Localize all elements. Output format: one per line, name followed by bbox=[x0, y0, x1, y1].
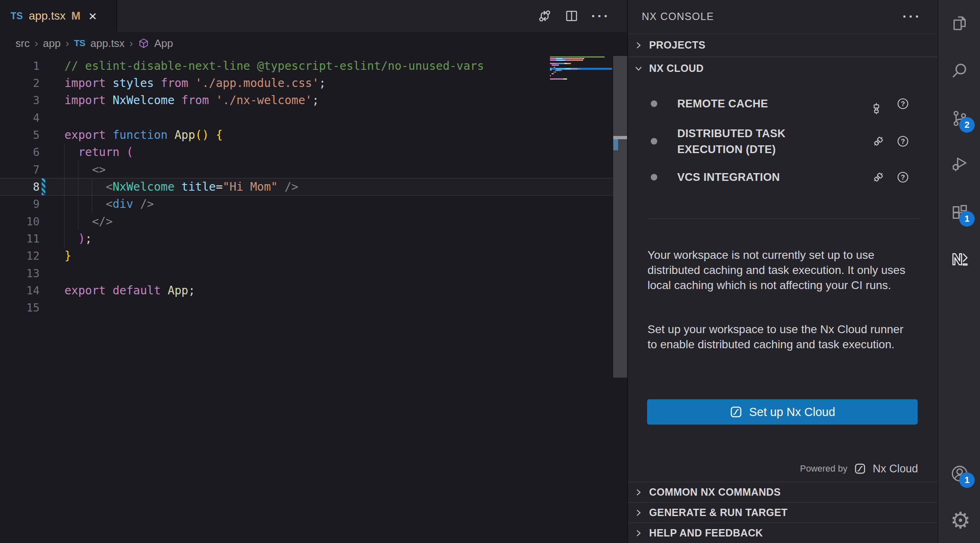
line-number: 9 bbox=[0, 198, 40, 210]
section-nx-cloud[interactable]: NX CLOUD bbox=[628, 57, 938, 80]
code-line[interactable]: 1// eslint-disable-next-line @typescript… bbox=[0, 57, 613, 74]
source-control-icon[interactable]: 2 bbox=[950, 109, 969, 128]
code-token: ; bbox=[188, 284, 195, 297]
code-token: /> bbox=[140, 197, 154, 211]
help-icon[interactable]: ? bbox=[896, 171, 909, 184]
code-line[interactable]: 14export default App; bbox=[0, 282, 613, 299]
tab-app-tsx[interactable]: TS app.tsx M × bbox=[0, 0, 117, 32]
minimap-token bbox=[550, 56, 605, 58]
minimap-token bbox=[550, 58, 556, 59]
code-line[interactable]: 13 bbox=[0, 265, 613, 282]
code-text: export default App; bbox=[64, 284, 195, 297]
line-number: 3 bbox=[0, 94, 40, 107]
minimap-token bbox=[563, 78, 566, 80]
code-line[interactable]: 9 <div /> bbox=[0, 196, 613, 213]
section-projects[interactable]: PROJECTS bbox=[628, 33, 938, 56]
cloud-item-vcs: VCS INTEGRATION ? bbox=[628, 167, 938, 188]
help-icon[interactable]: ? bbox=[896, 135, 909, 148]
overview-ruler-band bbox=[613, 136, 627, 139]
nx-console-panel: NX CONSOLE ··· PROJECTS NX CLOUD REMOTE … bbox=[627, 0, 938, 543]
activity-bar: 2 1 1 bbox=[938, 0, 980, 543]
connect-icon[interactable] bbox=[872, 135, 885, 148]
code-token: < bbox=[106, 197, 113, 211]
section-help-and-feedback[interactable]: HELP AND FEEDBACK bbox=[628, 523, 938, 543]
run-debug-icon[interactable] bbox=[950, 154, 969, 173]
minimap-token bbox=[567, 63, 571, 64]
minimap-token bbox=[556, 78, 563, 80]
cloud-item-label: VCS INTEGRATION bbox=[677, 169, 780, 185]
setup-nx-cloud-button[interactable]: Set up Nx Cloud bbox=[647, 399, 918, 425]
section-generate-run-target[interactable]: GENERATE & RUN TARGET bbox=[628, 502, 938, 523]
line-number: 7 bbox=[0, 163, 40, 176]
section-label: COMMON NX COMMANDS bbox=[649, 486, 780, 498]
code-line[interactable]: 2import styles from './app.module.css'; bbox=[0, 74, 613, 91]
minimap-token bbox=[582, 60, 583, 61]
code-line[interactable]: 5export function App() { bbox=[0, 126, 613, 143]
account-badge: 1 bbox=[959, 472, 975, 488]
minimap[interactable] bbox=[550, 56, 612, 82]
settings-gear-icon[interactable]: ⚙ bbox=[950, 511, 969, 530]
close-tab-icon[interactable]: × bbox=[89, 9, 97, 23]
minimap-token bbox=[556, 68, 565, 69]
connect-icon[interactable] bbox=[872, 97, 885, 110]
code-token: title bbox=[182, 180, 216, 194]
help-icon[interactable]: ? bbox=[896, 97, 909, 110]
code-line[interactable]: 15 bbox=[0, 299, 613, 316]
chevron-right-icon: › bbox=[129, 37, 133, 50]
workspace-status-text: Your workspace is not currently set up t… bbox=[647, 247, 909, 293]
panel-more-actions-icon[interactable]: ··· bbox=[902, 12, 921, 20]
code-token: < bbox=[106, 180, 113, 194]
setup-button-label: Set up Nx Cloud bbox=[749, 405, 835, 419]
minimap-token bbox=[550, 78, 556, 80]
minimap-token bbox=[556, 63, 564, 64]
code-text: import styles from './app.module.css'; bbox=[64, 76, 326, 90]
line-number: 11 bbox=[0, 232, 40, 245]
code-area[interactable]: 1// eslint-disable-next-line @typescript… bbox=[0, 55, 613, 543]
vertical-scrollbar[interactable] bbox=[613, 56, 627, 378]
powered-by: Powered by Nx Cloud bbox=[800, 459, 918, 478]
nx-console-icon[interactable] bbox=[950, 250, 969, 269]
chevron-right-icon: › bbox=[35, 37, 38, 50]
code-token: App bbox=[175, 128, 195, 142]
cloud-item-label: REMOTE CACHE bbox=[677, 96, 768, 112]
explorer-icon[interactable] bbox=[950, 14, 969, 33]
symbol-class-icon bbox=[138, 38, 149, 49]
split-editor-icon[interactable] bbox=[564, 9, 579, 23]
svg-text:?: ? bbox=[901, 138, 905, 145]
code-line[interactable]: 6 return ( bbox=[0, 144, 613, 161]
setup-hint-text: Set up your workspace to use the Nx Clou… bbox=[647, 322, 909, 352]
connect-icon[interactable] bbox=[872, 171, 885, 184]
code-line[interactable]: 8 <NxWelcome title="Hi Mom" /> bbox=[0, 178, 613, 195]
breadcrumb-file[interactable]: app.tsx bbox=[91, 37, 125, 50]
editor-more-actions-icon[interactable]: ··· bbox=[591, 12, 610, 20]
search-icon[interactable] bbox=[950, 61, 969, 80]
panel-title: NX CONSOLE bbox=[642, 11, 714, 22]
code-text: <NxWelcome title="Hi Mom" /> bbox=[64, 180, 298, 194]
code-token: './nx-welcome' bbox=[216, 93, 312, 107]
code-line[interactable]: 4 bbox=[0, 109, 613, 126]
code-line[interactable]: 12} bbox=[0, 247, 613, 265]
minimap-token bbox=[550, 75, 551, 76]
code-token: export bbox=[64, 284, 113, 297]
code-line[interactable]: 3import NxWelcome from './nx-welcome'; bbox=[0, 92, 613, 109]
section-common-nx-commands[interactable]: COMMON NX COMMANDS bbox=[628, 482, 938, 502]
minimap-token bbox=[556, 60, 565, 61]
code-token: ; bbox=[85, 232, 92, 245]
breadcrumb-symbol[interactable]: App bbox=[154, 37, 173, 50]
code-line[interactable]: 11 ); bbox=[0, 230, 613, 247]
account-icon[interactable]: 1 bbox=[950, 464, 969, 483]
breadcrumb-src[interactable]: src bbox=[16, 37, 30, 50]
minimap-token bbox=[554, 67, 555, 68]
breadcrumb-app[interactable]: app bbox=[43, 37, 60, 50]
code-line[interactable]: 10 </> bbox=[0, 213, 613, 230]
minimap-token bbox=[550, 60, 556, 61]
scm-badge: 2 bbox=[959, 117, 975, 133]
extensions-icon[interactable]: 1 bbox=[950, 203, 969, 222]
code-token: import bbox=[64, 93, 113, 107]
code-token bbox=[64, 197, 106, 211]
line-number: 8 bbox=[0, 180, 40, 193]
open-changes-icon[interactable] bbox=[537, 9, 552, 23]
typescript-file-icon: TS bbox=[11, 11, 23, 22]
code-token bbox=[64, 180, 106, 194]
code-line[interactable]: 7 <> bbox=[0, 161, 613, 178]
